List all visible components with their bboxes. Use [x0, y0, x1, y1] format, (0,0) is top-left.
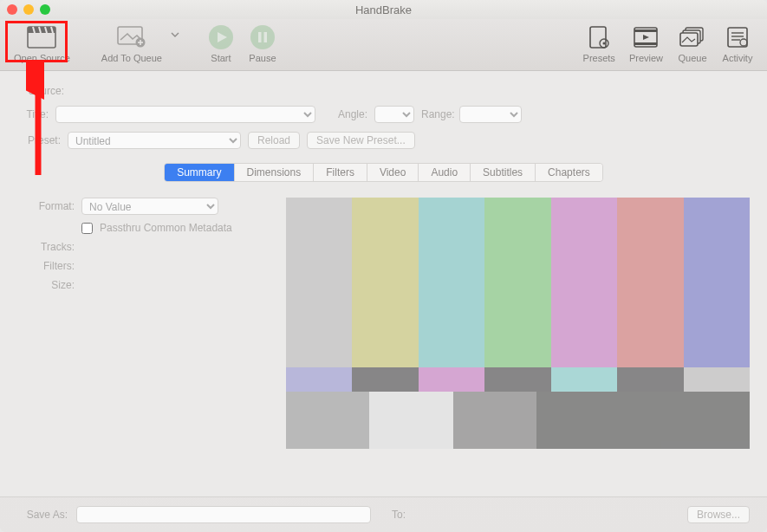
format-select[interactable]: No Value: [81, 198, 218, 215]
activity-button[interactable]: Activity: [717, 21, 758, 65]
range-select[interactable]: [459, 106, 522, 123]
presets-button[interactable]: Presets: [578, 21, 621, 65]
pause-icon: [250, 23, 276, 52]
tabs: Summary Dimensions Filters Video Audio S…: [17, 163, 750, 182]
filmstrip-play-icon: [633, 23, 659, 52]
tab-audio[interactable]: Audio: [419, 164, 471, 181]
preview-button[interactable]: Preview: [624, 21, 668, 65]
format-label: Format:: [23, 200, 75, 212]
browse-button[interactable]: Browse...: [687, 506, 750, 523]
save-as-label: Save As:: [17, 509, 68, 521]
size-label: Size:: [23, 279, 75, 291]
activity-label: Activity: [723, 53, 753, 63]
tab-subtitles[interactable]: Subtitles: [471, 164, 536, 181]
to-label: To:: [380, 509, 406, 521]
start-button[interactable]: Start: [200, 21, 242, 65]
save-new-preset-button[interactable]: Save New Preset...: [307, 132, 415, 149]
range-label: Range:: [421, 108, 452, 120]
svg-rect-14: [263, 32, 267, 42]
preset-select[interactable]: Untitled: [68, 132, 241, 149]
stack-images-icon: [679, 23, 705, 52]
play-icon: [208, 23, 234, 52]
activity-list-icon: [726, 23, 749, 52]
add-to-queue-label: Add To Queue: [101, 53, 162, 63]
add-to-queue-dropdown[interactable]: [171, 21, 179, 53]
passthru-label: Passthru Common Metadata: [100, 222, 232, 234]
svg-rect-13: [258, 32, 262, 42]
tab-chapters[interactable]: Chapters: [536, 164, 602, 181]
tab-summary[interactable]: Summary: [165, 164, 234, 181]
image-plus-icon: [117, 23, 146, 52]
pause-button[interactable]: Pause: [242, 21, 283, 65]
titlebar: HandBrake: [0, 0, 767, 19]
tab-video[interactable]: Video: [367, 164, 419, 181]
svg-rect-25: [728, 28, 747, 47]
reload-button[interactable]: Reload: [248, 132, 300, 149]
svg-rect-19: [634, 29, 657, 32]
summary-panel: Format: No Value Passthru Common Metadat…: [17, 198, 274, 298]
queue-label: Queue: [678, 53, 706, 63]
toolbar: Open Source Add To Queue Start Pause: [0, 19, 767, 71]
svg-point-12: [250, 25, 275, 49]
passthru-checkbox[interactable]: [81, 223, 93, 234]
annotation-arrow: [26, 62, 61, 184]
content-area: Source: Title: Angle: Range: Preset: Unt…: [0, 71, 767, 496]
tab-filters[interactable]: Filters: [314, 164, 367, 181]
svg-point-17: [603, 42, 606, 45]
tab-dimensions[interactable]: Dimensions: [235, 164, 315, 181]
save-as-input[interactable]: [76, 506, 371, 523]
preview-thumbnail: [286, 198, 750, 449]
add-to-queue-button[interactable]: Add To Queue: [96, 21, 167, 65]
queue-button[interactable]: Queue: [672, 21, 713, 65]
window-title: HandBrake: [0, 3, 767, 16]
svg-rect-20: [634, 42, 657, 45]
document-gear-icon: [588, 23, 610, 52]
filters-summary-label: Filters:: [23, 260, 75, 272]
start-label: Start: [211, 53, 231, 63]
pause-label: Pause: [249, 53, 276, 63]
presets-label: Presets: [583, 53, 615, 63]
save-row: Save As: To: Browse...: [0, 496, 767, 532]
svg-rect-15: [590, 27, 606, 48]
angle-select[interactable]: [374, 106, 414, 123]
preview-label: Preview: [629, 53, 663, 63]
title-select[interactable]: [55, 106, 315, 123]
svg-marker-21: [643, 35, 649, 40]
window: HandBrake Open Source Add To Queue Start: [0, 0, 767, 532]
angle-label: Angle:: [336, 108, 367, 120]
annotation-highlight: [5, 21, 68, 62]
svg-point-29: [740, 39, 747, 46]
tracks-label: Tracks:: [23, 241, 75, 253]
